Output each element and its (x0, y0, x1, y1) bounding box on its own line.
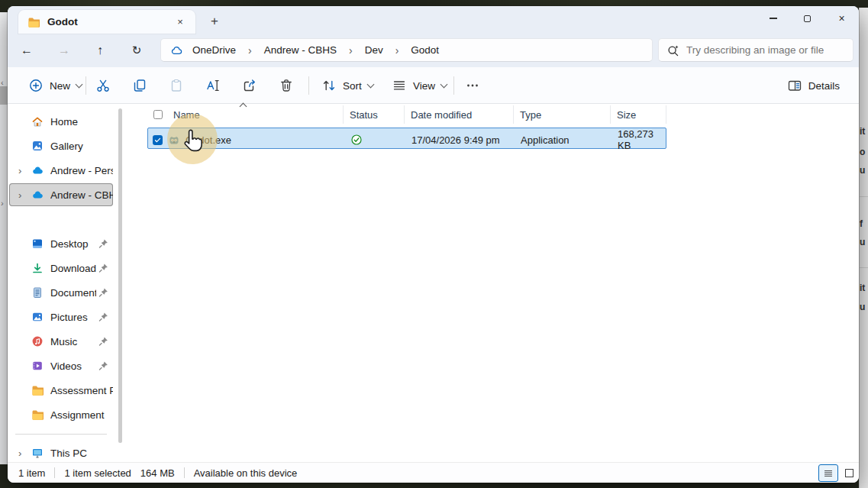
sidebar-item-label: Desktop (50, 238, 96, 250)
sort-icon (321, 78, 337, 93)
command-bar: New Sort View Details (8, 67, 859, 104)
sidebar-item-videos[interactable]: Videos (9, 354, 113, 377)
sidebar-item-label: Andrew - Person (50, 165, 113, 176)
background-divider (860, 267, 868, 268)
this-pc-icon (31, 447, 44, 459)
column-label: Name (173, 109, 200, 121)
view-button[interactable]: View (385, 73, 453, 98)
close-button[interactable]: × (824, 6, 859, 31)
documents-icon (31, 286, 44, 299)
desktop-icon (31, 238, 44, 250)
rename-button[interactable] (200, 73, 226, 99)
column-label: Size (617, 109, 636, 121)
share-button[interactable] (237, 73, 263, 99)
back-button[interactable]: ← (14, 39, 40, 62)
more-options-button[interactable] (460, 73, 486, 99)
sidebar-item-gallery[interactable]: Gallery (9, 134, 113, 157)
godot-app-icon (168, 134, 180, 146)
details-view-toggle[interactable] (818, 464, 838, 482)
background-window-right-sliver: it o u f u it u (859, 8, 868, 488)
cut-button[interactable] (90, 73, 116, 99)
breadcrumb-separator[interactable]: › (347, 44, 355, 57)
background-window-left-sliver: ‹ › (0, 12, 8, 464)
breadcrumb-item-godot[interactable]: Godot (408, 43, 442, 57)
maximize-button[interactable] (790, 6, 824, 31)
breadcrumb-separator[interactable]: › (393, 44, 402, 57)
column-header-size[interactable]: Size (611, 105, 666, 124)
new-tab-button[interactable]: + (205, 12, 224, 31)
sidebar-item-label: Home (50, 116, 113, 128)
details-pane-button[interactable]: Details (780, 73, 847, 98)
background-text-fragment: it (860, 283, 868, 293)
expand-chevron-icon[interactable]: › (18, 448, 31, 459)
sidebar-item-label: Music (50, 336, 96, 347)
sidebar-item-label: Downloads (50, 263, 96, 274)
window-controls: × (756, 6, 859, 31)
navigation-pane: Home Gallery › Andrew - Person › Andrew … (8, 104, 115, 462)
view-button-label: View (413, 80, 435, 92)
details-button-label: Details (808, 80, 840, 92)
paste-icon (169, 78, 184, 93)
videos-icon (31, 360, 44, 372)
share-icon (242, 78, 257, 93)
breadcrumb-item-dev[interactable]: Dev (362, 43, 386, 57)
music-icon (31, 335, 44, 347)
folder-icon (31, 409, 44, 421)
home-icon (31, 115, 44, 128)
column-header-date-modified[interactable]: Date modified (405, 105, 514, 124)
column-header-name[interactable]: Name (147, 105, 344, 124)
details-pane-icon (787, 78, 802, 93)
sidebar-item-andrew-personal[interactable]: › Andrew - Person (9, 159, 113, 182)
paste-button[interactable] (163, 73, 189, 99)
rename-icon (205, 78, 221, 93)
item-count: 1 item (18, 467, 45, 479)
tab-close-button[interactable]: × (173, 15, 188, 30)
new-plus-icon (28, 78, 44, 93)
pictures-icon (31, 311, 44, 323)
file-type-cell: Application (515, 128, 611, 151)
table-row-godot-exe[interactable]: Godot.exe 17/04/2026 9:49 pm Application… (147, 128, 666, 149)
file-date-cell: 17/04/2026 9:49 pm (405, 128, 515, 151)
onedrive-cloud-icon (31, 189, 44, 201)
folder-icon (31, 384, 44, 396)
background-text-fragment: u (860, 302, 868, 312)
expand-chevron-icon[interactable]: › (18, 189, 31, 201)
search-input[interactable]: Try describing an image or file (658, 38, 853, 62)
status-divider (54, 467, 55, 478)
background-divider (860, 196, 868, 197)
up-button[interactable]: ↑ (87, 39, 113, 62)
gallery-icon (31, 140, 44, 152)
view-icon (392, 78, 407, 93)
breadcrumb-separator[interactable]: › (246, 44, 254, 57)
maximize-icon (804, 15, 811, 22)
sort-button[interactable]: Sort (315, 73, 380, 98)
toolbar-separator (453, 76, 454, 95)
large-icons-view-toggle[interactable] (840, 464, 858, 482)
sort-button-label: Sort (343, 80, 362, 92)
sidebar-item-label: Gallery (50, 141, 113, 152)
breadcrumb-item-andrew-cbhs[interactable]: Andrew - CBHS (261, 43, 340, 57)
breadcrumb-item-onedrive[interactable]: OneDrive (189, 43, 239, 57)
file-name-cell[interactable]: Godot.exe (148, 128, 344, 151)
file-size-cell: 168,273 KB (611, 128, 667, 151)
tab-godot[interactable]: Godot × (18, 10, 195, 34)
sidebar-item-label: Pictures (50, 312, 96, 323)
forward-button[interactable]: → (51, 39, 77, 62)
sidebar-item-home[interactable]: Home (9, 110, 113, 133)
select-all-checkbox[interactable] (153, 110, 163, 119)
column-header-status[interactable]: Status (344, 105, 405, 124)
onedrive-cloud-icon (31, 164, 44, 176)
column-header-type[interactable]: Type (514, 105, 611, 124)
expand-chevron-icon[interactable]: › (18, 165, 31, 176)
refresh-button[interactable]: ↻ (124, 39, 150, 62)
breadcrumb[interactable]: OneDrive › Andrew - CBHS › Dev › Godot (160, 38, 653, 62)
row-checkbox-checked[interactable] (153, 135, 163, 145)
minimize-button[interactable] (756, 6, 790, 31)
search-placeholder: Try describing an image or file (686, 44, 824, 56)
column-label: Date modified (411, 109, 472, 121)
sidebar-item-this-pc[interactable]: › This PC (9, 441, 113, 462)
new-button[interactable]: New (21, 73, 89, 98)
copy-button[interactable] (127, 73, 153, 99)
search-sparkle-icon (666, 44, 680, 57)
delete-button[interactable] (273, 73, 299, 99)
